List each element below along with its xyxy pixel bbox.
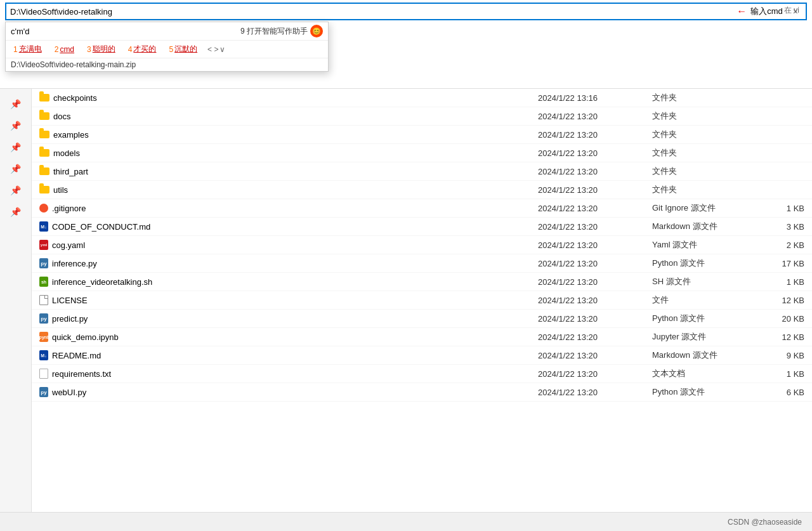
jupyter-icon: ipynb	[39, 332, 48, 342]
file-name-text: CODE_OF_CONDUCT.md	[52, 222, 150, 232]
sidebar-pin-2[interactable]: 📌	[7, 117, 25, 134]
file-list: checkpoints 2024/1/22 13:16 文件夹 docs 202…	[32, 89, 812, 512]
file-type-cell: 文件	[652, 294, 754, 306]
file-name-cell: py predict.py	[39, 313, 538, 324]
suggestion-text: 才买的	[133, 44, 156, 55]
table-row[interactable]: checkpoints 2024/1/22 13:16 文件夹	[32, 89, 812, 107]
yaml-icon: yml	[39, 240, 48, 250]
file-name-text: examples	[53, 130, 89, 140]
sidebar-pin-3[interactable]: 📌	[7, 138, 25, 156]
sidebar-pin-4[interactable]: 📌	[7, 160, 25, 178]
folder-icon	[39, 94, 49, 102]
suggestion-item-0[interactable]: 1充满电	[11, 43, 44, 55]
autocomplete-path[interactable]: D:\VideoSoft\video-retalking-main.zip	[6, 58, 328, 71]
suggestion-item-1[interactable]: 2cmd	[52, 44, 77, 55]
file-name-text: third_part	[53, 167, 88, 176]
markdown-icon: M↓	[39, 350, 48, 360]
file-date-cell: 2024/1/22 13:20	[538, 112, 652, 121]
suggestion-num: 3	[87, 45, 91, 54]
table-row[interactable]: utils 2024/1/22 13:20 文件夹	[32, 181, 812, 199]
table-row[interactable]: .gitignore 2024/1/22 13:20 Git Ignore 源文…	[32, 199, 812, 218]
file-name-cell: ipynb quick_demo.ipynb	[39, 332, 538, 342]
folder-icon	[39, 186, 49, 193]
table-row[interactable]: yml cog.yaml 2024/1/22 13:20 Yaml 源文件 2 …	[32, 236, 812, 254]
sidebar-pin-6[interactable]: 📌	[7, 203, 25, 221]
suggestion-item-3[interactable]: 4才买的	[126, 43, 159, 55]
table-row[interactable]: py predict.py 2024/1/22 13:20 Python 源文件…	[32, 310, 812, 328]
smart-icon: 😊	[310, 25, 323, 37]
suggestion-item-4[interactable]: 5沉默的	[166, 43, 200, 55]
file-name-text: checkpoints	[53, 93, 97, 103]
file-type-cell: 文件夹	[652, 110, 754, 122]
suggestion-text: 沉默的	[174, 44, 197, 55]
file-name-text: inference.py	[52, 259, 97, 268]
file-type-cell: 文件夹	[652, 147, 754, 159]
sidebar: 📌 📌 📌 📌 📌 📌	[0, 89, 32, 531]
python-icon: py	[39, 258, 48, 268]
file-name-text: predict.py	[52, 314, 88, 324]
autocomplete-typed-text: c'm'd	[11, 27, 240, 36]
file-size-cell: 20 KB	[754, 314, 804, 324]
file-name-cell: checkpoints	[39, 93, 538, 103]
suggestion-text: 充满电	[19, 44, 42, 55]
file-name-cell: sh inference_videoretalking.sh	[39, 277, 538, 287]
file-type-cell: SH 源文件	[652, 276, 754, 287]
folder-icon	[39, 167, 49, 175]
file-name-cell: utils	[39, 185, 538, 195]
table-row[interactable]: models 2024/1/22 13:20 文件夹	[32, 144, 812, 162]
file-size-cell: 3 KB	[754, 222, 804, 232]
suggestion-nav-arrows[interactable]: < >∨	[202, 44, 225, 54]
smart-writing-button[interactable]: 9 打开智能写作助手	[240, 26, 308, 37]
file-name-cell: yml cog.yaml	[39, 240, 538, 250]
table-row[interactable]: docs 2024/1/22 13:20 文件夹	[32, 107, 812, 126]
address-bar[interactable]: ← 输入cmd ×	[5, 3, 807, 20]
file-name-text: LICENSE	[52, 296, 88, 305]
top-section: ← 输入cmd × c'm'd 9 打开智能写作助手 😊 1充满电 2cmd 3…	[0, 0, 812, 89]
autocomplete-suggestions: 1充满电 2cmd 3聪明的 4才买的 5沉默的< >∨	[6, 41, 328, 58]
suggestion-item-2[interactable]: 3聪明的	[84, 43, 118, 55]
table-row[interactable]: third_part 2024/1/22 13:20 文件夹	[32, 162, 812, 181]
file-name-cell: M↓ README.md	[39, 350, 538, 360]
address-input[interactable]	[6, 6, 733, 18]
file-type-cell: 文件夹	[652, 166, 754, 177]
file-type-cell: Yaml 源文件	[652, 239, 754, 251]
file-date-cell: 2024/1/22 13:20	[538, 130, 652, 140]
status-bar: CSDN @zhaoseaside	[0, 512, 812, 531]
table-row[interactable]: requirements.txt 2024/1/22 13:20 文本文档 1 …	[32, 365, 812, 383]
autocomplete-right: 9 打开智能写作助手 😊	[240, 25, 323, 37]
file-date-cell: 2024/1/22 13:20	[538, 148, 652, 158]
file-date-cell: 2024/1/22 13:16	[538, 93, 652, 103]
table-row[interactable]: py inference.py 2024/1/22 13:20 Python 源…	[32, 254, 812, 273]
table-row[interactable]: py webUI.py 2024/1/22 13:20 Python 源文件 6…	[32, 383, 812, 402]
suggestion-num: 4	[128, 45, 133, 54]
table-row[interactable]: M↓ README.md 2024/1/22 13:20 Markdown 源文…	[32, 346, 812, 365]
python-icon: py	[39, 313, 48, 324]
file-name-cell: models	[39, 148, 538, 158]
autocomplete-main: c'm'd 9 打开智能写作助手 😊	[6, 22, 328, 41]
file-type-cell: 文件夹	[652, 129, 754, 140]
table-row[interactable]: examples 2024/1/22 13:20 文件夹	[32, 126, 812, 144]
file-name-cell: M↓ CODE_OF_CONDUCT.md	[39, 221, 538, 232]
file-size-cell: 1 KB	[754, 204, 804, 213]
hint-label: 输入cmd	[750, 6, 783, 17]
watermark: 在 vi	[784, 5, 799, 16]
table-row[interactable]: ipynb quick_demo.ipynb 2024/1/22 13:20 J…	[32, 328, 812, 346]
file-type-cell: Python 源文件	[652, 313, 754, 324]
file-type-cell: Markdown 源文件	[652, 221, 754, 232]
file-name-cell: py inference.py	[39, 258, 538, 268]
file-date-cell: 2024/1/22 13:20	[538, 259, 652, 268]
table-row[interactable]: sh inference_videoretalking.sh 2024/1/22…	[32, 273, 812, 291]
sidebar-pin-5[interactable]: 📌	[7, 181, 25, 199]
table-row[interactable]: LICENSE 2024/1/22 13:20 文件 12 KB	[32, 291, 812, 310]
file-name-text: utils	[53, 185, 68, 195]
file-date-cell: 2024/1/22 13:20	[538, 369, 652, 379]
sidebar-pin-1[interactable]: 📌	[7, 95, 25, 113]
file-name-cell: third_part	[39, 167, 538, 176]
file-date-cell: 2024/1/22 13:20	[538, 332, 652, 342]
suggestion-num: 1	[13, 45, 18, 54]
suggestion-text: 聪明的	[93, 44, 115, 55]
file-date-cell: 2024/1/22 13:20	[538, 388, 652, 397]
table-row[interactable]: M↓ CODE_OF_CONDUCT.md 2024/1/22 13:20 Ma…	[32, 218, 812, 236]
file-name-text: .gitignore	[52, 204, 86, 213]
folder-icon	[39, 149, 49, 157]
